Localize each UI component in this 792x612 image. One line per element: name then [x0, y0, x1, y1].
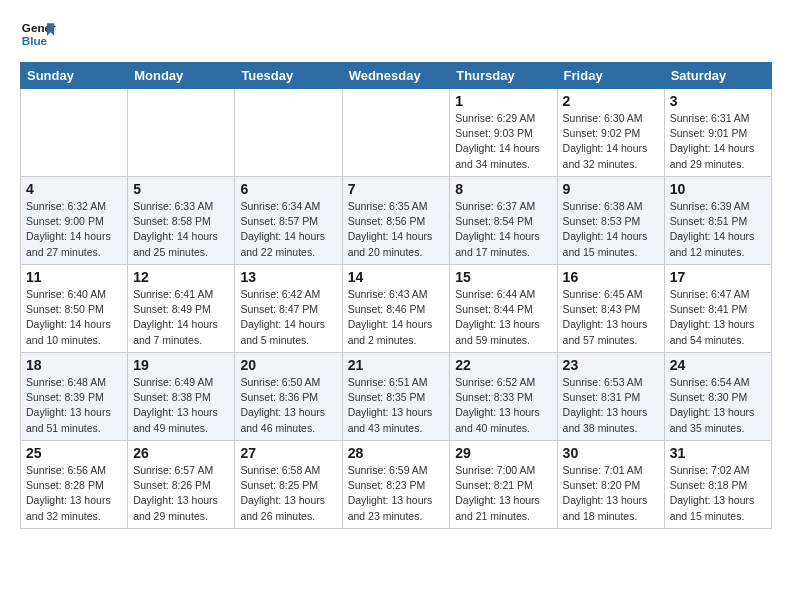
day-number: 11: [26, 269, 122, 285]
day-number: 14: [348, 269, 445, 285]
day-number: 6: [240, 181, 336, 197]
calendar-cell: 17Sunrise: 6:47 AM Sunset: 8:41 PM Dayli…: [664, 265, 771, 353]
day-number: 31: [670, 445, 766, 461]
logo-icon: General Blue: [20, 16, 56, 52]
day-number: 10: [670, 181, 766, 197]
day-info: Sunrise: 6:35 AM Sunset: 8:56 PM Dayligh…: [348, 199, 445, 260]
calendar-cell: 25Sunrise: 6:56 AM Sunset: 8:28 PM Dayli…: [21, 441, 128, 529]
calendar-cell: 9Sunrise: 6:38 AM Sunset: 8:53 PM Daylig…: [557, 177, 664, 265]
day-info: Sunrise: 6:53 AM Sunset: 8:31 PM Dayligh…: [563, 375, 659, 436]
calendar-cell: 16Sunrise: 6:45 AM Sunset: 8:43 PM Dayli…: [557, 265, 664, 353]
day-info: Sunrise: 6:43 AM Sunset: 8:46 PM Dayligh…: [348, 287, 445, 348]
day-number: 15: [455, 269, 551, 285]
calendar-cell: 13Sunrise: 6:42 AM Sunset: 8:47 PM Dayli…: [235, 265, 342, 353]
day-number: 12: [133, 269, 229, 285]
calendar-header-row: SundayMondayTuesdayWednesdayThursdayFrid…: [21, 63, 772, 89]
day-number: 3: [670, 93, 766, 109]
day-info: Sunrise: 6:50 AM Sunset: 8:36 PM Dayligh…: [240, 375, 336, 436]
day-number: 26: [133, 445, 229, 461]
weekday-header: Saturday: [664, 63, 771, 89]
day-number: 18: [26, 357, 122, 373]
day-number: 25: [26, 445, 122, 461]
calendar-cell: 27Sunrise: 6:58 AM Sunset: 8:25 PM Dayli…: [235, 441, 342, 529]
calendar-week-row: 18Sunrise: 6:48 AM Sunset: 8:39 PM Dayli…: [21, 353, 772, 441]
day-info: Sunrise: 6:54 AM Sunset: 8:30 PM Dayligh…: [670, 375, 766, 436]
day-info: Sunrise: 7:02 AM Sunset: 8:18 PM Dayligh…: [670, 463, 766, 524]
day-info: Sunrise: 6:47 AM Sunset: 8:41 PM Dayligh…: [670, 287, 766, 348]
calendar-week-row: 11Sunrise: 6:40 AM Sunset: 8:50 PM Dayli…: [21, 265, 772, 353]
calendar-cell: 26Sunrise: 6:57 AM Sunset: 8:26 PM Dayli…: [128, 441, 235, 529]
day-info: Sunrise: 7:01 AM Sunset: 8:20 PM Dayligh…: [563, 463, 659, 524]
day-number: 8: [455, 181, 551, 197]
day-number: 17: [670, 269, 766, 285]
day-info: Sunrise: 6:39 AM Sunset: 8:51 PM Dayligh…: [670, 199, 766, 260]
day-number: 20: [240, 357, 336, 373]
day-info: Sunrise: 6:37 AM Sunset: 8:54 PM Dayligh…: [455, 199, 551, 260]
calendar-cell: 4Sunrise: 6:32 AM Sunset: 9:00 PM Daylig…: [21, 177, 128, 265]
calendar-cell: 15Sunrise: 6:44 AM Sunset: 8:44 PM Dayli…: [450, 265, 557, 353]
day-number: 22: [455, 357, 551, 373]
calendar-cell: [342, 89, 450, 177]
day-info: Sunrise: 6:29 AM Sunset: 9:03 PM Dayligh…: [455, 111, 551, 172]
day-info: Sunrise: 6:38 AM Sunset: 8:53 PM Dayligh…: [563, 199, 659, 260]
calendar-cell: 19Sunrise: 6:49 AM Sunset: 8:38 PM Dayli…: [128, 353, 235, 441]
calendar-cell: [128, 89, 235, 177]
svg-text:Blue: Blue: [22, 34, 48, 47]
calendar-cell: 30Sunrise: 7:01 AM Sunset: 8:20 PM Dayli…: [557, 441, 664, 529]
day-info: Sunrise: 6:40 AM Sunset: 8:50 PM Dayligh…: [26, 287, 122, 348]
day-info: Sunrise: 6:44 AM Sunset: 8:44 PM Dayligh…: [455, 287, 551, 348]
day-info: Sunrise: 6:42 AM Sunset: 8:47 PM Dayligh…: [240, 287, 336, 348]
day-number: 5: [133, 181, 229, 197]
day-info: Sunrise: 6:31 AM Sunset: 9:01 PM Dayligh…: [670, 111, 766, 172]
calendar-cell: 11Sunrise: 6:40 AM Sunset: 8:50 PM Dayli…: [21, 265, 128, 353]
day-info: Sunrise: 6:56 AM Sunset: 8:28 PM Dayligh…: [26, 463, 122, 524]
weekday-header: Sunday: [21, 63, 128, 89]
calendar-cell: 14Sunrise: 6:43 AM Sunset: 8:46 PM Dayli…: [342, 265, 450, 353]
calendar-week-row: 4Sunrise: 6:32 AM Sunset: 9:00 PM Daylig…: [21, 177, 772, 265]
weekday-header: Thursday: [450, 63, 557, 89]
day-info: Sunrise: 6:45 AM Sunset: 8:43 PM Dayligh…: [563, 287, 659, 348]
calendar-cell: 29Sunrise: 7:00 AM Sunset: 8:21 PM Dayli…: [450, 441, 557, 529]
day-number: 16: [563, 269, 659, 285]
day-number: 4: [26, 181, 122, 197]
calendar-cell: 28Sunrise: 6:59 AM Sunset: 8:23 PM Dayli…: [342, 441, 450, 529]
calendar-cell: [235, 89, 342, 177]
calendar-table: SundayMondayTuesdayWednesdayThursdayFrid…: [20, 62, 772, 529]
calendar-cell: 7Sunrise: 6:35 AM Sunset: 8:56 PM Daylig…: [342, 177, 450, 265]
day-number: 27: [240, 445, 336, 461]
day-info: Sunrise: 6:49 AM Sunset: 8:38 PM Dayligh…: [133, 375, 229, 436]
day-info: Sunrise: 6:41 AM Sunset: 8:49 PM Dayligh…: [133, 287, 229, 348]
calendar-cell: 20Sunrise: 6:50 AM Sunset: 8:36 PM Dayli…: [235, 353, 342, 441]
calendar-week-row: 25Sunrise: 6:56 AM Sunset: 8:28 PM Dayli…: [21, 441, 772, 529]
calendar-cell: 1Sunrise: 6:29 AM Sunset: 9:03 PM Daylig…: [450, 89, 557, 177]
calendar-cell: 24Sunrise: 6:54 AM Sunset: 8:30 PM Dayli…: [664, 353, 771, 441]
day-number: 19: [133, 357, 229, 373]
calendar-cell: 21Sunrise: 6:51 AM Sunset: 8:35 PM Dayli…: [342, 353, 450, 441]
calendar-cell: 2Sunrise: 6:30 AM Sunset: 9:02 PM Daylig…: [557, 89, 664, 177]
day-info: Sunrise: 6:51 AM Sunset: 8:35 PM Dayligh…: [348, 375, 445, 436]
calendar-week-row: 1Sunrise: 6:29 AM Sunset: 9:03 PM Daylig…: [21, 89, 772, 177]
day-info: Sunrise: 6:59 AM Sunset: 8:23 PM Dayligh…: [348, 463, 445, 524]
day-number: 23: [563, 357, 659, 373]
calendar-cell: 23Sunrise: 6:53 AM Sunset: 8:31 PM Dayli…: [557, 353, 664, 441]
calendar-cell: 18Sunrise: 6:48 AM Sunset: 8:39 PM Dayli…: [21, 353, 128, 441]
day-number: 29: [455, 445, 551, 461]
day-number: 1: [455, 93, 551, 109]
day-number: 7: [348, 181, 445, 197]
day-number: 24: [670, 357, 766, 373]
calendar-cell: 12Sunrise: 6:41 AM Sunset: 8:49 PM Dayli…: [128, 265, 235, 353]
calendar-cell: [21, 89, 128, 177]
calendar-cell: 3Sunrise: 6:31 AM Sunset: 9:01 PM Daylig…: [664, 89, 771, 177]
day-number: 28: [348, 445, 445, 461]
weekday-header: Tuesday: [235, 63, 342, 89]
day-number: 21: [348, 357, 445, 373]
day-info: Sunrise: 6:30 AM Sunset: 9:02 PM Dayligh…: [563, 111, 659, 172]
day-info: Sunrise: 6:34 AM Sunset: 8:57 PM Dayligh…: [240, 199, 336, 260]
day-info: Sunrise: 6:32 AM Sunset: 9:00 PM Dayligh…: [26, 199, 122, 260]
day-info: Sunrise: 6:48 AM Sunset: 8:39 PM Dayligh…: [26, 375, 122, 436]
calendar-cell: 10Sunrise: 6:39 AM Sunset: 8:51 PM Dayli…: [664, 177, 771, 265]
day-info: Sunrise: 6:52 AM Sunset: 8:33 PM Dayligh…: [455, 375, 551, 436]
calendar-cell: 6Sunrise: 6:34 AM Sunset: 8:57 PM Daylig…: [235, 177, 342, 265]
weekday-header: Monday: [128, 63, 235, 89]
day-number: 30: [563, 445, 659, 461]
